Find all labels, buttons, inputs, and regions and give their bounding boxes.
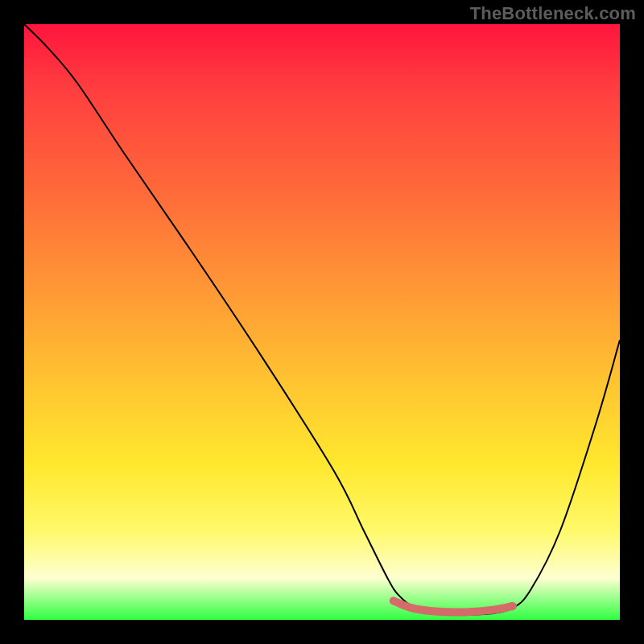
watermark-text: TheBottleneck.com bbox=[470, 3, 636, 24]
chart-frame: TheBottleneck.com bbox=[0, 0, 644, 644]
highlight-range bbox=[394, 601, 513, 612]
curve-svg bbox=[24, 24, 620, 620]
plot-area bbox=[24, 24, 620, 620]
bottleneck-curve bbox=[24, 24, 620, 615]
